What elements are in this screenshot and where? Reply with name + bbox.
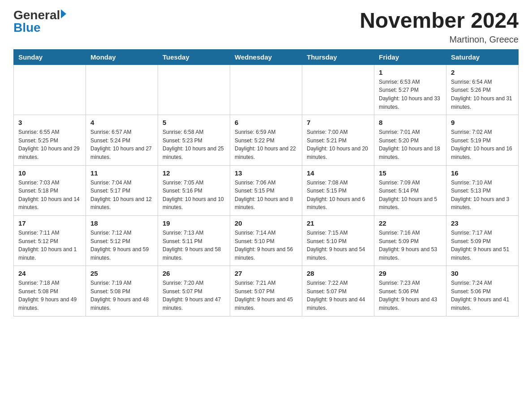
day-number: 17 — [18, 219, 81, 227]
logo-arrow-icon — [61, 9, 66, 18]
day-info: Sunrise: 7:16 AMSunset: 5:09 PMDaylight:… — [379, 229, 442, 262]
calendar-day-cell: 9Sunrise: 7:02 AMSunset: 5:19 PMDaylight… — [446, 115, 519, 165]
calendar-day-cell: 15Sunrise: 7:09 AMSunset: 5:14 PMDayligh… — [374, 165, 446, 215]
day-info: Sunrise: 7:23 AMSunset: 5:06 PMDaylight:… — [379, 279, 442, 312]
calendar-day-cell: 23Sunrise: 7:17 AMSunset: 5:09 PMDayligh… — [446, 215, 519, 265]
calendar-day-cell: 21Sunrise: 7:15 AMSunset: 5:10 PMDayligh… — [302, 215, 374, 265]
calendar-day-cell: 18Sunrise: 7:12 AMSunset: 5:12 PMDayligh… — [86, 215, 158, 265]
day-number: 25 — [90, 270, 153, 277]
calendar-day-cell: 14Sunrise: 7:08 AMSunset: 5:15 PMDayligh… — [302, 165, 374, 215]
day-info: Sunrise: 7:08 AMSunset: 5:15 PMDaylight:… — [307, 179, 369, 212]
calendar-day-cell — [86, 64, 158, 115]
day-number: 12 — [163, 169, 225, 177]
month-title: November 2024 — [360, 9, 519, 33]
day-info: Sunrise: 6:53 AMSunset: 5:27 PMDaylight:… — [379, 78, 442, 111]
day-number: 10 — [18, 169, 81, 177]
calendar-week-row: 17Sunrise: 7:11 AMSunset: 5:12 PMDayligh… — [14, 215, 519, 265]
calendar-day-cell: 20Sunrise: 7:14 AMSunset: 5:10 PMDayligh… — [230, 215, 302, 265]
day-number: 19 — [163, 219, 225, 227]
calendar-day-cell: 19Sunrise: 7:13 AMSunset: 5:11 PMDayligh… — [158, 215, 230, 265]
calendar-day-cell: 11Sunrise: 7:04 AMSunset: 5:17 PMDayligh… — [86, 165, 158, 215]
day-of-week-header: Friday — [374, 49, 446, 64]
day-number: 20 — [235, 219, 297, 227]
day-info: Sunrise: 7:22 AMSunset: 5:07 PMDaylight:… — [307, 279, 369, 312]
day-of-week-header: Sunday — [14, 49, 86, 64]
day-number: 6 — [235, 119, 297, 126]
day-number: 1 — [379, 68, 442, 76]
day-info: Sunrise: 7:10 AMSunset: 5:13 PMDaylight:… — [451, 179, 514, 212]
day-info: Sunrise: 7:12 AMSunset: 5:12 PMDaylight:… — [90, 229, 153, 262]
day-info: Sunrise: 7:13 AMSunset: 5:11 PMDaylight:… — [163, 229, 225, 262]
calendar-day-cell: 26Sunrise: 7:20 AMSunset: 5:07 PMDayligh… — [158, 266, 230, 316]
day-info: Sunrise: 7:05 AMSunset: 5:16 PMDaylight:… — [163, 179, 225, 212]
day-number: 8 — [379, 119, 442, 126]
calendar-week-row: 10Sunrise: 7:03 AMSunset: 5:18 PMDayligh… — [14, 165, 519, 215]
day-number: 21 — [307, 219, 369, 227]
day-info: Sunrise: 6:58 AMSunset: 5:23 PMDaylight:… — [163, 128, 225, 161]
calendar-day-cell: 29Sunrise: 7:23 AMSunset: 5:06 PMDayligh… — [374, 266, 446, 316]
day-info: Sunrise: 7:17 AMSunset: 5:09 PMDaylight:… — [451, 229, 514, 262]
calendar-day-cell: 12Sunrise: 7:05 AMSunset: 5:16 PMDayligh… — [158, 165, 230, 215]
day-number: 22 — [379, 219, 442, 227]
day-number: 13 — [235, 169, 297, 177]
calendar-day-cell: 3Sunrise: 6:55 AMSunset: 5:25 PMDaylight… — [14, 115, 86, 165]
calendar-day-cell — [230, 64, 302, 115]
page-header: General Blue November 2024 Martinon, Gre… — [13, 9, 519, 45]
day-of-week-header: Thursday — [302, 49, 374, 64]
calendar-week-row: 3Sunrise: 6:55 AMSunset: 5:25 PMDaylight… — [14, 115, 519, 165]
day-number: 4 — [90, 119, 153, 126]
day-number: 14 — [307, 169, 369, 177]
day-number: 7 — [307, 119, 369, 126]
day-info: Sunrise: 7:09 AMSunset: 5:14 PMDaylight:… — [379, 179, 442, 212]
day-info: Sunrise: 7:04 AMSunset: 5:17 PMDaylight:… — [90, 179, 153, 212]
calendar-day-cell — [14, 64, 86, 115]
day-number: 15 — [379, 169, 442, 177]
calendar-day-cell: 7Sunrise: 7:00 AMSunset: 5:21 PMDaylight… — [302, 115, 374, 165]
day-info: Sunrise: 7:01 AMSunset: 5:20 PMDaylight:… — [379, 128, 442, 161]
calendar-week-row: 24Sunrise: 7:18 AMSunset: 5:08 PMDayligh… — [14, 266, 519, 316]
day-info: Sunrise: 6:59 AMSunset: 5:22 PMDaylight:… — [235, 128, 297, 161]
calendar-day-cell: 25Sunrise: 7:19 AMSunset: 5:08 PMDayligh… — [86, 266, 158, 316]
calendar-day-cell: 8Sunrise: 7:01 AMSunset: 5:20 PMDaylight… — [374, 115, 446, 165]
calendar-day-cell: 4Sunrise: 6:57 AMSunset: 5:24 PMDaylight… — [86, 115, 158, 165]
day-info: Sunrise: 7:18 AMSunset: 5:08 PMDaylight:… — [18, 279, 81, 312]
logo: General Blue — [13, 9, 66, 34]
day-info: Sunrise: 7:24 AMSunset: 5:06 PMDaylight:… — [451, 279, 514, 312]
day-number: 18 — [90, 219, 153, 227]
calendar-day-cell: 1Sunrise: 6:53 AMSunset: 5:27 PMDaylight… — [374, 64, 446, 115]
day-number: 9 — [451, 119, 514, 126]
calendar-day-cell: 22Sunrise: 7:16 AMSunset: 5:09 PMDayligh… — [374, 215, 446, 265]
day-info: Sunrise: 7:14 AMSunset: 5:10 PMDaylight:… — [235, 229, 297, 262]
day-info: Sunrise: 6:55 AMSunset: 5:25 PMDaylight:… — [18, 128, 81, 161]
day-number: 23 — [451, 219, 514, 227]
day-number: 5 — [163, 119, 225, 126]
day-info: Sunrise: 7:02 AMSunset: 5:19 PMDaylight:… — [451, 128, 514, 161]
calendar-day-cell: 16Sunrise: 7:10 AMSunset: 5:13 PMDayligh… — [446, 165, 519, 215]
day-number: 28 — [307, 270, 369, 277]
calendar-day-cell: 5Sunrise: 6:58 AMSunset: 5:23 PMDaylight… — [158, 115, 230, 165]
day-number: 3 — [18, 119, 81, 126]
day-info: Sunrise: 7:15 AMSunset: 5:10 PMDaylight:… — [307, 229, 369, 262]
calendar-week-row: 1Sunrise: 6:53 AMSunset: 5:27 PMDaylight… — [14, 64, 519, 115]
day-info: Sunrise: 7:06 AMSunset: 5:15 PMDaylight:… — [235, 179, 297, 212]
logo-blue-text: Blue — [13, 21, 66, 34]
day-of-week-header: Wednesday — [230, 49, 302, 64]
calendar-table: SundayMondayTuesdayWednesdayThursdayFrid… — [13, 49, 519, 317]
day-number: 26 — [163, 270, 225, 277]
calendar-day-cell: 13Sunrise: 7:06 AMSunset: 5:15 PMDayligh… — [230, 165, 302, 215]
day-of-week-header: Tuesday — [158, 49, 230, 64]
calendar-day-cell: 30Sunrise: 7:24 AMSunset: 5:06 PMDayligh… — [446, 266, 519, 316]
calendar-day-cell: 6Sunrise: 6:59 AMSunset: 5:22 PMDaylight… — [230, 115, 302, 165]
calendar-day-cell: 24Sunrise: 7:18 AMSunset: 5:08 PMDayligh… — [14, 266, 86, 316]
calendar-day-cell: 2Sunrise: 6:54 AMSunset: 5:26 PMDaylight… — [446, 64, 519, 115]
calendar-day-cell: 27Sunrise: 7:21 AMSunset: 5:07 PMDayligh… — [230, 266, 302, 316]
location-text: Martinon, Greece — [360, 34, 519, 45]
day-number: 29 — [379, 270, 442, 277]
day-info: Sunrise: 6:57 AMSunset: 5:24 PMDaylight:… — [90, 128, 153, 161]
day-info: Sunrise: 7:20 AMSunset: 5:07 PMDaylight:… — [163, 279, 225, 312]
calendar-day-cell — [158, 64, 230, 115]
day-info: Sunrise: 7:03 AMSunset: 5:18 PMDaylight:… — [18, 179, 81, 212]
day-info: Sunrise: 7:21 AMSunset: 5:07 PMDaylight:… — [235, 279, 297, 312]
calendar-day-cell: 17Sunrise: 7:11 AMSunset: 5:12 PMDayligh… — [14, 215, 86, 265]
day-number: 16 — [451, 169, 514, 177]
